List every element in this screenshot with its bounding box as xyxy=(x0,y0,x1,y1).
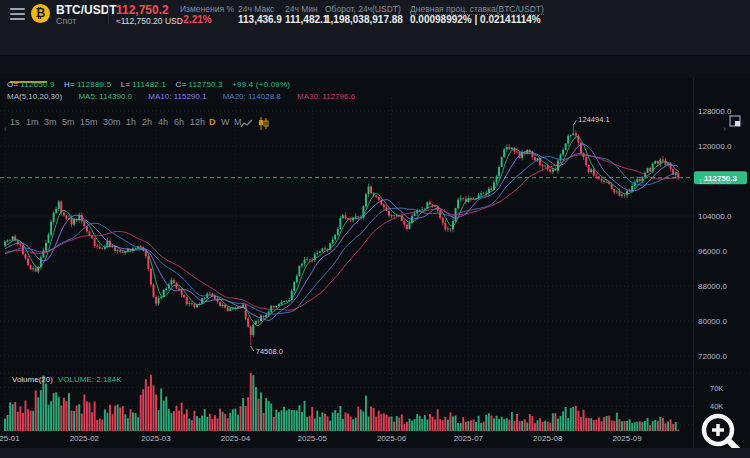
market-type: Спот xyxy=(56,16,76,26)
btc-coin-icon: ₿ xyxy=(31,4,50,23)
volume-pane-title: Volume(20) xyxy=(12,375,53,384)
time-tick-label: 2025-09 xyxy=(612,434,642,443)
change-label: Изменения % xyxy=(180,4,234,14)
price-tick-label: 88000.0 xyxy=(698,282,727,291)
last-price: 112,750.2 xyxy=(116,3,169,17)
price-tick-label: 96000.0 xyxy=(698,247,727,256)
low-annotation: 74508.0 xyxy=(256,347,283,356)
price-tick-label: 80000.0 xyxy=(698,317,727,326)
turnover-value: 1,198,038,917.88 xyxy=(325,14,403,25)
interval-toolbar: 1s 1m 3m 5m 15m 30m 1h 2h 4h 6h 12h D W … xyxy=(0,56,750,78)
time-tick-label: 2025-04 xyxy=(221,434,251,443)
high-label: 24ч Макс xyxy=(238,4,274,14)
trading-app: ₿ BTC/USDT Спот 112,750.2 ≈112,750.20 US… xyxy=(0,0,750,458)
turnover-label: Оборот, 24ч(USDT) xyxy=(325,4,401,14)
time-tick-label: 2025-03 xyxy=(141,434,171,443)
ma10-line xyxy=(5,144,678,321)
header-bar: ₿ BTC/USDT Спот 112,750.2 ≈112,750.20 US… xyxy=(0,0,750,28)
time-tick-label: 2025-01 xyxy=(0,434,20,443)
volume-current-value: VOLUME: 2.184K xyxy=(58,375,122,384)
ma5-line xyxy=(5,137,678,326)
footer-bar xyxy=(0,448,750,458)
high-annotation: 124494.1 xyxy=(578,115,609,124)
volume-tick-label: 70K xyxy=(710,384,723,393)
candlestick-chart[interactable]: 112750.3128000.0120000.0112000.0104000.0… xyxy=(0,78,750,448)
price-axis-labels[interactable]: 128000.0120000.0112000.0104000.096000.08… xyxy=(698,107,732,361)
extreme-annotations: 124494.174508.0 xyxy=(251,115,610,356)
menu-icon[interactable] xyxy=(10,8,25,20)
time-tick-label: 2025-05 xyxy=(298,434,328,443)
price-tick-label: 104000.0 xyxy=(698,212,732,221)
ma30-line xyxy=(5,154,678,311)
magnifier-overlay-icon[interactable] xyxy=(704,416,740,448)
low-value: 111,482.1 xyxy=(285,14,328,25)
candles xyxy=(4,126,679,345)
price-tick-label: 120000.0 xyxy=(698,142,732,151)
gridlines xyxy=(0,78,750,448)
time-axis-labels[interactable]: 2025-012025-022025-032025-042025-052025-… xyxy=(0,434,642,443)
tabs-bar: График Обзор Данные Лента новостей Торго… xyxy=(0,28,750,56)
funding-rate-value: 0.00098992% | 0.02141114% xyxy=(410,14,541,25)
time-tick-label: 2025-02 xyxy=(70,434,100,443)
time-tick-label: 2025-07 xyxy=(454,434,484,443)
price-tick-label: 128000.0 xyxy=(698,107,732,116)
low-label: 24ч Мин xyxy=(285,4,318,14)
price-usd: ≈112,750.20 USD xyxy=(116,16,183,26)
high-value: 113,436.9 xyxy=(238,14,282,25)
change-value: -2.21% xyxy=(180,14,212,25)
price-tick-label: 72000.0 xyxy=(698,352,727,361)
price-tick-label: 112000.0 xyxy=(698,177,731,186)
volume-tick-label: 40K xyxy=(710,402,723,411)
ma-lines xyxy=(5,137,678,326)
time-tick-label: 2025-06 xyxy=(377,434,407,443)
time-tick-label: 2025-08 xyxy=(533,434,563,443)
divider xyxy=(108,4,109,24)
